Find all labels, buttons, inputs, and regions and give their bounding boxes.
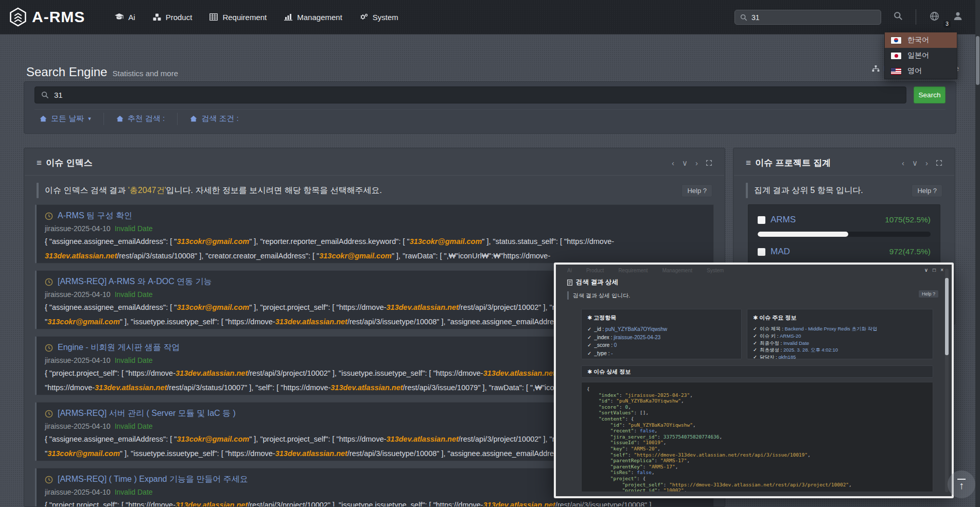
result-body-line: 313dev.atlassian.net/rest/api/3/status/1… [45, 251, 705, 261]
result-meta: jiraissue-2025-04-10Invalid Date [45, 224, 705, 233]
sitemap-icon [872, 65, 880, 72]
search-input[interactable] [54, 91, 900, 99]
collapse-left-icon[interactable]: ‹ [672, 159, 674, 167]
check-icon: ✓ [753, 354, 757, 359]
check-icon: ✓ [587, 342, 591, 348]
filter-search-condition[interactable]: 검색 조건 : [178, 113, 251, 125]
clock-icon [45, 344, 53, 352]
list-icon: ≡ [37, 158, 42, 168]
minimize-icon[interactable]: ∨ [924, 267, 928, 273]
filter-suggested-search[interactable]: 추천 검색 : [104, 113, 178, 125]
result-source: jiraissue-2025-04-10 [45, 224, 111, 233]
ghost-nav: AiProductRequirementManagementSystem [567, 268, 724, 273]
result-title-link[interactable]: [ARMS-REQ] ( Time ) Expand 기능을 만들어 주세요 [58, 474, 248, 485]
nav-item-ai[interactable]: Ai [115, 13, 135, 22]
checkbox-icon [758, 248, 765, 256]
page-scrollbar[interactable] [975, 0, 980, 507]
filter-label: 모든 날짜 [51, 114, 84, 124]
result-title-link[interactable]: Engine - 비회원 게시판 샘플 작업 [58, 342, 180, 353]
help-button[interactable]: Help ? [681, 184, 712, 197]
search-submit-icon[interactable] [894, 11, 903, 21]
filter-all-dates[interactable]: 모든 날짜 ▾ [34, 113, 104, 125]
project-count: 1075(52.5%) [885, 215, 931, 224]
modal-controls: ∨ □ × [924, 267, 943, 273]
page-scrollbar-thumb[interactable] [976, 36, 979, 85]
nav-item-system[interactable]: System [360, 13, 398, 22]
close-icon[interactable]: × [940, 267, 943, 273]
result-source: jiraissue-2025-04-10 [45, 488, 111, 496]
nav-item-label: Management [297, 13, 342, 22]
box-title: ✱ 고정항목 [587, 314, 736, 322]
nav-item-requirement[interactable]: Requirement [209, 13, 267, 22]
nav-menu: Ai Product Requirement [115, 13, 398, 22]
page-title: Search Engine [26, 65, 107, 79]
scroll-to-top-button[interactable]: ↑ [948, 470, 975, 498]
maximize-icon[interactable]: □ [933, 267, 936, 273]
help-button[interactable]: Help ? [912, 184, 942, 197]
collapse-left-icon[interactable]: ‹ [902, 159, 904, 167]
language-label: 일본어 [907, 51, 929, 60]
result-title-link[interactable]: A-RMS 팀 구성 확인 [58, 211, 132, 221]
logo-icon [9, 7, 27, 27]
navbar: A-RMS Ai Product [0, 0, 980, 34]
nav-search-input[interactable] [751, 13, 876, 22]
list-icon: ≡ [746, 158, 751, 168]
search-field [34, 86, 906, 103]
modal-scrollbar-thumb[interactable] [945, 278, 949, 355]
modal-help-button[interactable]: Help ? [919, 290, 938, 298]
up-arrow-icon: ↑ [959, 480, 964, 491]
project-checkbox-arms[interactable]: ARMS [758, 215, 796, 225]
language-option-korean[interactable]: 한국어 [885, 32, 957, 48]
language-option-english[interactable]: 영어 [885, 63, 957, 79]
issue-detail-json[interactable]: { "index": "jiraissue-2025-04-23", "id":… [581, 382, 933, 492]
home-icon [116, 115, 124, 122]
graduation-cap-icon [115, 13, 124, 21]
collapse-right-icon[interactable]: › [925, 159, 928, 167]
result-item[interactable]: A-RMS 팀 구성 확인 jiraissue-2025-04-10Invali… [35, 204, 714, 264]
filter-label: 검색 조건 : [201, 114, 239, 124]
progress-track [758, 232, 931, 237]
field-row: ✓_score : 0 [587, 341, 736, 349]
modal-title: 검색 결과 상세 [567, 278, 618, 287]
language-option-japanese[interactable]: 일본어 [885, 48, 957, 63]
check-icon: ✓ [587, 326, 591, 332]
result-summary: 이슈 인덱스 검색 결과 '총2047건'입니다. 자세한 정보를 보시려면 해… [37, 183, 382, 198]
expand-icon[interactable] [706, 160, 712, 166]
korea-flag-icon [891, 37, 901, 44]
collapse-right-icon[interactable]: › [695, 159, 698, 167]
collapse-down-icon[interactable]: ∨ [912, 159, 918, 168]
user-icon[interactable] [953, 11, 962, 21]
field-row: ✓_index : jiraissue-2025-04-23 [587, 334, 736, 342]
field-row: ✓_id : puN_YZYBaKa7OYiqwshw [587, 325, 736, 334]
divider [734, 175, 954, 176]
field-row: ✓이슈 키 : ARMS-20 [753, 333, 927, 340]
clock-icon [45, 410, 53, 418]
search-button[interactable]: Search [914, 86, 946, 103]
progress-fill [758, 232, 848, 237]
page-head: Search Engine Statistics and more [26, 65, 178, 79]
language-menu: 한국어 일본어 영어 [884, 32, 957, 79]
us-flag-icon [891, 68, 901, 75]
field-row: ✓최종수정 : Invalid Date [753, 340, 927, 347]
modal-scrollbar[interactable] [945, 269, 949, 492]
home-icon [40, 115, 47, 122]
panel-controls: ‹ ∨ › [902, 159, 942, 168]
globe-language-icon[interactable] [930, 11, 939, 21]
result-source: jiraissue-2025-04-10 [45, 290, 111, 299]
collapse-down-icon[interactable]: ∨ [682, 159, 688, 168]
nav-item-management[interactable]: Management [284, 13, 342, 22]
divider [25, 175, 724, 176]
result-title-link[interactable]: [ARMS-REQ] 서버 관리 ( Server 모듈 및 IaC 등 ) [58, 408, 236, 419]
aggregation-summary: 집계 결과 상위 5 항목 입니다. [746, 183, 863, 198]
panel-controls: ‹ ∨ › [672, 159, 712, 168]
result-title-link[interactable]: [ARMS-REQ] A-RMS 와 A-DOC 연동 기능 [58, 276, 212, 287]
nav-item-label: Product [166, 13, 192, 22]
expand-icon[interactable] [936, 160, 942, 166]
logo-text: A-RMS [32, 8, 85, 26]
app-logo[interactable]: A-RMS [9, 7, 85, 27]
checkbox-icon [758, 216, 765, 224]
nav-search [734, 10, 881, 25]
nav-item-product[interactable]: Product [153, 13, 192, 22]
search-filters: 모든 날짜 ▾ 추천 검색 : 검색 조건 : [34, 109, 946, 128]
project-checkbox-mad[interactable]: MAD [758, 247, 790, 257]
